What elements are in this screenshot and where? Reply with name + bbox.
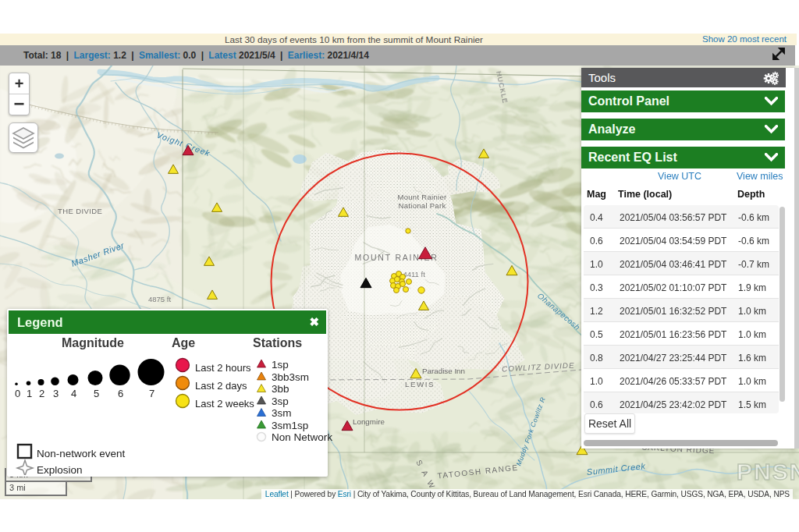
- svg-text:THE DIVIDE: THE DIVIDE: [58, 207, 102, 215]
- svg-text:National Park: National Park: [399, 201, 446, 210]
- svg-text:LEWIS: LEWIS: [405, 380, 435, 388]
- svg-text:Longmire: Longmire: [353, 417, 385, 426]
- svg-text:Mount Rainier: Mount Rainier: [397, 193, 446, 201]
- svg-text:4875 ft: 4875 ft: [148, 295, 171, 303]
- svg-text:Paradise Inn: Paradise Inn: [422, 367, 465, 375]
